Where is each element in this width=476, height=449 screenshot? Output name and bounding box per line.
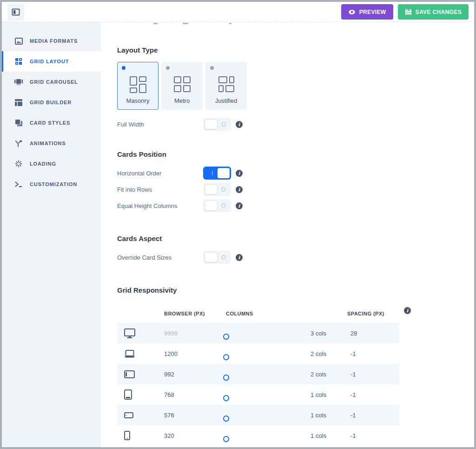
layout-type-options: Masonry Metro Justified: [117, 62, 474, 110]
grid-responsivity-table: i BROWSER (PX) COLUMNS SPACING (PX) 9999…: [117, 304, 399, 446]
info-icon[interactable]: i: [236, 170, 243, 177]
layout-option-label: Justified: [215, 97, 238, 104]
cols-value: 3 cols: [305, 330, 326, 337]
spacing-value[interactable]: -1: [326, 371, 356, 378]
browser-px-value[interactable]: 320: [164, 432, 226, 439]
col-header-columns: COLUMNS: [226, 311, 305, 316]
sidebar-item-grid-layout[interactable]: GRID LAYOUT: [2, 51, 101, 72]
table-row: 320 1 cols -1: [117, 425, 399, 446]
full-width-toggle[interactable]: [203, 118, 231, 131]
spacing-value[interactable]: -1: [326, 391, 356, 398]
radio-dot: [210, 66, 214, 70]
cols-value: 1 cols: [305, 412, 326, 419]
phone-portrait-icon: [117, 431, 164, 440]
sidebar-item-label: LOADING: [30, 161, 56, 167]
preview-button[interactable]: PREVIEW: [341, 4, 393, 20]
spacing-value[interactable]: -1: [326, 350, 356, 357]
sidebar-item-label: GRID BUILDER: [30, 100, 72, 105]
browser-px-value[interactable]: 768: [164, 391, 226, 398]
save-icon: [405, 8, 412, 15]
topbar: PREVIEW SAVE CHANGES: [2, 2, 474, 22]
layout-option-masonry[interactable]: Masonry: [117, 62, 159, 110]
table-row: 992 2 cols -1: [117, 364, 399, 384]
spinner-icon: [14, 160, 23, 168]
sidebar-layout-icon: [12, 8, 20, 16]
browser-px-value[interactable]: 1200: [164, 350, 226, 357]
laptop-icon: [117, 350, 164, 358]
fit-into-rows-label: Fit into Rows: [117, 186, 203, 193]
sidebar-item-grid-carousel[interactable]: GRID CAROUSEL: [2, 72, 101, 92]
app-window: PREVIEW SAVE CHANGES MEDIA FORMATS: [2, 2, 474, 447]
spacing-value[interactable]: 28: [326, 330, 357, 337]
sidebar-item-label: CARD STYLES: [30, 120, 70, 126]
cropped-text-remnant: [229, 23, 231, 24]
full-width-label: Full Width: [117, 121, 203, 128]
settings-content: Layout Type Masonry Metro: [101, 22, 474, 447]
save-changes-label: SAVE CHANGES: [416, 9, 462, 15]
browser-px-value[interactable]: 576: [164, 412, 226, 419]
layout-option-justified[interactable]: Justified: [205, 62, 247, 110]
sidebar-item-label: MEDIA FORMATS: [30, 38, 78, 44]
phone-landscape-icon: [117, 412, 164, 418]
info-icon[interactable]: i: [404, 307, 411, 314]
radio-dot: [122, 66, 126, 70]
save-changes-button[interactable]: SAVE CHANGES: [398, 4, 469, 20]
tablet-portrait-icon: [117, 389, 164, 400]
cropped-text-remnant: [183, 23, 188, 24]
info-icon[interactable]: i: [236, 186, 243, 193]
sidebar-item-label: GRID LAYOUT: [30, 59, 69, 64]
override-card-sizes-label: Override Card Sizes: [117, 254, 203, 261]
cards-position-title: Cards Position: [117, 151, 474, 158]
fit-into-rows-toggle[interactable]: [203, 183, 231, 196]
table-header: BROWSER (PX) COLUMNS SPACING (PX): [117, 304, 399, 323]
browser-px-value[interactable]: 992: [164, 371, 226, 378]
eye-icon: [348, 9, 356, 15]
image-icon: [14, 38, 23, 45]
terminal-icon: [14, 181, 23, 188]
spacing-value[interactable]: -1: [326, 412, 356, 419]
table-row: 576 1 cols -1: [117, 405, 399, 425]
col-header-browser: BROWSER (PX): [164, 311, 226, 316]
masonry-layout-icon: [130, 76, 146, 93]
horizontal-order-toggle[interactable]: [203, 167, 231, 180]
full-width-row: Full Width i: [117, 117, 474, 131]
override-card-sizes-toggle[interactable]: [203, 251, 231, 264]
table-row: 1200 2 cols -1: [117, 343, 399, 364]
override-card-sizes-row: Override Card Sizes i: [117, 250, 474, 264]
browser-px-value: 9999: [164, 330, 226, 337]
radio-dot: [166, 66, 170, 70]
animations-icon: [14, 140, 23, 147]
cols-value: 2 cols: [305, 371, 326, 378]
layout-option-label: Masonry: [126, 97, 150, 104]
cols-value: 1 cols: [305, 391, 326, 398]
preview-label: PREVIEW: [359, 9, 386, 15]
spacing-value[interactable]: -1: [326, 432, 356, 439]
col-header-spacing: SPACING (PX): [326, 311, 384, 316]
card-styles-icon: [14, 119, 23, 127]
sidebar-item-loading[interactable]: LOADING: [2, 154, 101, 174]
sidebar-item-grid-builder[interactable]: GRID BUILDER: [2, 92, 101, 113]
sidebar-item-media-formats[interactable]: MEDIA FORMATS: [2, 31, 101, 51]
sidebar-toggle-button[interactable]: [7, 4, 24, 20]
equal-height-columns-toggle[interactable]: [203, 199, 231, 212]
info-icon[interactable]: i: [236, 121, 243, 128]
desktop-icon: [117, 328, 164, 338]
cols-value: 2 cols: [305, 350, 326, 357]
settings-sidebar: MEDIA FORMATS GRID LAYOUT GRID CAROUSEL …: [2, 22, 101, 447]
sidebar-item-card-styles[interactable]: CARD STYLES: [2, 113, 101, 133]
tablet-landscape-icon: [117, 370, 164, 378]
cards-aspect-title: Cards Aspect: [117, 235, 474, 242]
cols-value: 1 cols: [305, 432, 326, 439]
info-icon[interactable]: i: [236, 254, 243, 261]
sidebar-item-label: GRID CAROUSEL: [30, 79, 78, 85]
equal-height-columns-label: Equal Height Columns: [117, 202, 203, 209]
topbar-actions: PREVIEW SAVE CHANGES: [341, 4, 469, 20]
horizontal-order-label: Horizontal Order: [117, 170, 203, 177]
layout-option-metro[interactable]: Metro: [161, 62, 203, 110]
sidebar-item-animations[interactable]: ANIMATIONS: [2, 133, 101, 154]
sidebar-item-customization[interactable]: CUSTOMIZATION: [2, 174, 101, 194]
info-icon[interactable]: i: [236, 202, 243, 209]
builder-icon: [14, 99, 23, 106]
sidebar-item-label: ANIMATIONS: [30, 141, 66, 146]
grid-icon: [14, 58, 23, 65]
